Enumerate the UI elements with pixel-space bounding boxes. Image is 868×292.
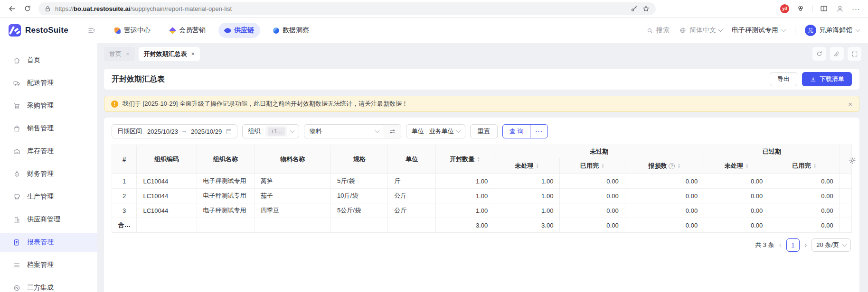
close-icon[interactable]: × xyxy=(126,50,130,57)
pagination: 共 3 条 ‹ 1 › 20 条/页 xyxy=(112,238,852,252)
address-bar[interactable]: https://bo.uat.restosuite.ai/supplychain… xyxy=(38,2,656,15)
col-ex-used-up[interactable]: 已用完▲▼ xyxy=(769,158,840,174)
nav-item-operations[interactable]: 营运中心 xyxy=(108,23,157,38)
tab-label: 首页 xyxy=(109,50,122,58)
close-icon[interactable]: × xyxy=(191,50,195,57)
sidebar-item-integrations[interactable]: 三方集成 xyxy=(0,278,97,292)
clear-cache-broom-icon[interactable] xyxy=(830,47,844,61)
sidebar-item-sales[interactable]: 销售管理 xyxy=(0,119,97,138)
browser-reload-icon[interactable] xyxy=(23,4,32,13)
banner-close-icon[interactable]: × xyxy=(848,100,852,108)
cell-ex-used-up: 0.00 xyxy=(769,189,840,203)
col-ne-used-up[interactable]: 已用完▲▼ xyxy=(560,158,625,174)
money-bag-icon xyxy=(13,170,21,178)
cell-org-code: LC10044 xyxy=(137,174,197,189)
sidebar-item-archives[interactable]: 档案管理 xyxy=(0,256,97,274)
cell-ne-loss: 0.00 xyxy=(625,203,704,218)
col-opened-qty[interactable]: 开封数量▲▼ xyxy=(436,145,494,174)
cell-org-name: 电子秤测试专用 xyxy=(197,174,254,189)
unit-select[interactable]: 单位 业务单位 xyxy=(406,124,465,138)
cell-ex-unprocessed: 0.00 xyxy=(704,189,769,203)
browser-menu-icon[interactable]: ··· xyxy=(852,5,860,13)
global-search[interactable]: 搜索 xyxy=(646,26,670,35)
query-button[interactable]: 查 询 xyxy=(503,125,530,138)
nav-item-supplychain[interactable]: 供应链 xyxy=(218,23,260,38)
col-ne-unprocessed[interactable]: 未处理▲▼ xyxy=(494,158,560,174)
calendar-icon xyxy=(225,128,232,135)
cell-spec: 5公斤/袋 xyxy=(331,203,388,218)
browser-back-icon[interactable] xyxy=(8,4,17,13)
bag-icon xyxy=(13,125,21,133)
sort-icon[interactable]: ▲▼ xyxy=(813,163,817,169)
account-menu[interactable]: 兄兄弟海鲜馆 xyxy=(805,25,859,36)
arrow-right-icon xyxy=(181,128,188,135)
sidebar-item-label: 三方集成 xyxy=(27,283,54,292)
query-more-button[interactable]: ··· xyxy=(530,125,547,138)
col-ne-loss[interactable]: 报损数?▲▼ xyxy=(625,158,704,174)
reset-button[interactable]: 重置 xyxy=(470,124,498,138)
extensions-icon[interactable] xyxy=(796,4,805,13)
extension-badge[interactable]: yd xyxy=(780,4,789,13)
date-start-value[interactable]: 2025/10/23 xyxy=(147,128,178,135)
page-size-select[interactable]: 20 条/页 xyxy=(811,238,851,252)
sidebar-item-suppliers[interactable]: 供应商管理 xyxy=(0,210,97,229)
sort-icon[interactable]: ▲▼ xyxy=(677,163,680,169)
prev-page-icon[interactable]: ‹ xyxy=(779,241,782,249)
nav-item-insights[interactable]: 数据洞察 xyxy=(267,23,315,38)
col-ex-unprocessed[interactable]: 未处理▲▼ xyxy=(704,158,769,174)
col-org-code: 组织编码 xyxy=(137,145,197,174)
cell-total-ex-unprocessed: 0.00 xyxy=(704,218,769,233)
building-icon xyxy=(13,216,21,224)
cell-empty xyxy=(197,218,254,233)
sidebar-item-finance[interactable]: 财务管理 xyxy=(0,164,97,183)
sidebar-item-home[interactable]: 首页 xyxy=(0,51,97,70)
organization-select[interactable]: 组织 +1... xyxy=(242,124,299,138)
tab-home[interactable]: 首页× xyxy=(104,47,135,61)
sidebar-item-inventory[interactable]: 库存管理 xyxy=(0,142,97,161)
account-name: 兄弟海鲜馆 xyxy=(819,26,852,35)
org-switcher[interactable]: 电子秤测试专用 xyxy=(732,26,785,35)
nav-item-membership[interactable]: 会员营销 xyxy=(163,23,212,38)
sort-icon[interactable]: ▲▼ xyxy=(536,163,539,169)
sidebar-item-reports[interactable]: 报表管理 xyxy=(0,233,97,252)
date-end-value[interactable]: 2025/10/29 xyxy=(191,128,222,135)
cell-total-opened-qty: 3.00 xyxy=(436,218,494,233)
sidebar-item-label: 生产管理 xyxy=(27,192,54,201)
bookmark-star-icon[interactable] xyxy=(642,5,650,13)
sidebar-item-purchasing[interactable]: 采购管理 xyxy=(0,96,97,115)
material-select[interactable]: 物料 xyxy=(304,124,401,138)
page-number-button[interactable]: 1 xyxy=(786,238,800,252)
refresh-icon[interactable] xyxy=(812,47,826,61)
nav-label: 数据洞察 xyxy=(283,26,309,35)
password-key-icon[interactable] xyxy=(630,5,638,13)
sidebar-collapse-icon[interactable] xyxy=(87,26,96,35)
chevron-down-icon xyxy=(290,128,294,133)
question-circle-icon[interactable]: ? xyxy=(669,163,675,169)
cell-total-label: 合计 xyxy=(112,218,137,233)
table-row: 2 LC10044 电子秤测试专用 茄子 10斤/袋 公斤 1.00 1.00 … xyxy=(112,189,852,203)
operations-icon xyxy=(114,27,121,34)
language-switcher[interactable]: 简体中文 xyxy=(679,26,722,35)
export-button[interactable]: 导出 xyxy=(770,72,797,86)
table-row: 1 LC10044 电子秤测试专用 莴笋 5斤/袋 斤 1.00 1.00 0.… xyxy=(112,174,852,189)
sidebar-item-production[interactable]: 生产管理 xyxy=(0,187,97,206)
report-card: 日期区间 2025/10/23 2025/10/29 组织 +1... 物料 xyxy=(104,118,859,292)
sidebar-item-delivery[interactable]: 配送管理 xyxy=(0,73,97,92)
split-screen-icon[interactable] xyxy=(820,4,828,13)
download-list-button[interactable]: 下载清单 xyxy=(802,72,852,86)
sort-icon[interactable]: ▲▼ xyxy=(745,163,749,169)
sort-icon[interactable]: ▲▼ xyxy=(477,156,480,162)
cell-ne-unprocessed: 1.00 xyxy=(494,203,560,218)
col-group-not-expired: 未过期 xyxy=(494,145,704,158)
fullscreen-icon[interactable] xyxy=(848,47,861,61)
cell-org-name: 电子秤测试专用 xyxy=(197,189,254,203)
material-filter-sliders-icon[interactable] xyxy=(384,125,401,138)
browser-profile-icon[interactable] xyxy=(835,4,845,13)
next-page-icon[interactable]: › xyxy=(804,241,807,249)
date-range-picker[interactable]: 日期区间 2025/10/23 2025/10/29 xyxy=(112,124,237,138)
sort-icon[interactable]: ▲▼ xyxy=(601,163,604,169)
lock-icon[interactable] xyxy=(44,5,51,12)
tab-open-expiry-report[interactable]: 开封效期汇总表× xyxy=(139,47,200,61)
warning-icon: ! xyxy=(111,100,118,108)
column-settings-gear-icon[interactable] xyxy=(849,156,856,164)
